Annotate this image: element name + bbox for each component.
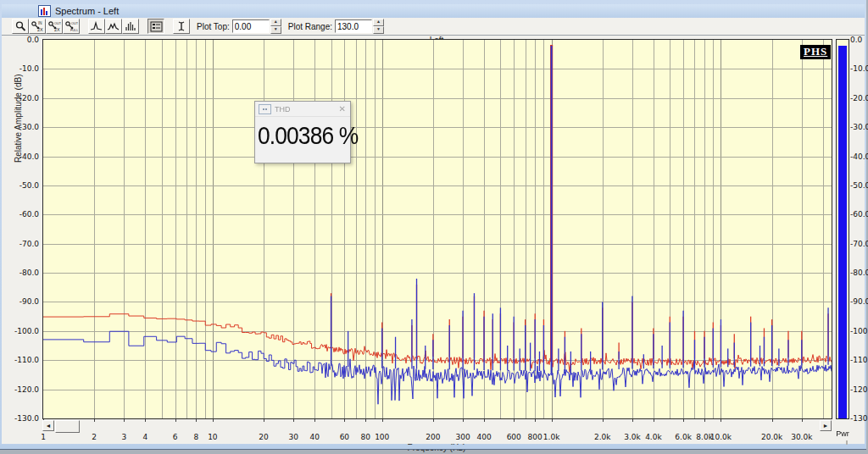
y-axis-title: Relative Amplitude (dB) xyxy=(14,75,23,163)
plot-top-spinner[interactable]: ▲▼ xyxy=(270,19,281,34)
thd-value: 0.00386 % xyxy=(258,121,339,150)
svg-text:OUT: OUT xyxy=(71,22,78,25)
plot-top-label: Plot Top: xyxy=(197,22,230,31)
app-icon xyxy=(38,5,51,17)
spin-up-icon[interactable]: ▲ xyxy=(270,19,281,26)
toolbar-spacer xyxy=(139,19,147,34)
x-tick-mark xyxy=(124,419,125,422)
thd-window[interactable]: THD ✕ 0.00386 % xyxy=(254,101,351,163)
window-titlebar[interactable]: Spectrum - Left xyxy=(2,4,865,18)
screen: Spectrum - Left IN2XOUT2XOUTFULL Plot To… xyxy=(0,0,868,454)
y-tick-label: -110.0 xyxy=(850,356,868,364)
y-tick-label: -130.0 xyxy=(850,414,868,423)
x-tick-mark xyxy=(94,419,95,422)
scrollbar-right-arrow[interactable]: ► xyxy=(820,420,832,431)
y-tick-label: -60.0 xyxy=(7,210,39,219)
spin-down-icon[interactable]: ▼ xyxy=(373,26,384,34)
x-tick-mark xyxy=(344,419,345,422)
x-tick-mark xyxy=(514,419,515,422)
toolbar-button-zoom-out-full[interactable]: OUTFULL xyxy=(63,19,80,34)
chart-area: Left Relative Amplitude (dB) 0.0-10.0-20… xyxy=(2,36,865,444)
y-tick-label: -90.0 xyxy=(7,297,39,306)
toolbar-button-marker[interactable] xyxy=(173,19,190,34)
thd-window-icon xyxy=(259,104,271,114)
toolbar-button-bar-display[interactable] xyxy=(122,19,139,34)
key-out-full-icon: OUTFULL xyxy=(64,20,78,32)
toolbar-button-envelope-display[interactable] xyxy=(105,19,122,34)
x-tick-label: 200 xyxy=(426,433,440,441)
x-tick-label: 3.0k xyxy=(624,433,641,441)
window-frame-bottom xyxy=(0,445,866,450)
y-tick-label: -100.0 xyxy=(7,327,39,335)
x-tick-label: 8 xyxy=(194,433,199,441)
toolbar-button-zoom[interactable] xyxy=(12,19,29,34)
plot-region xyxy=(42,39,832,419)
thd-title: THD xyxy=(275,105,339,114)
magnifier-icon xyxy=(14,20,27,32)
toolbar-button-legend[interactable] xyxy=(147,19,164,34)
x-tick-mark xyxy=(654,419,654,422)
plot-top-input[interactable] xyxy=(232,19,270,33)
close-icon[interactable]: ✕ xyxy=(339,105,346,114)
thd-titlebar[interactable]: THD ✕ xyxy=(255,102,350,117)
toolbar-button-zoom-in-2x[interactable]: IN2X xyxy=(29,19,46,34)
toolbar-button-zoom-out-2x[interactable]: OUT2X xyxy=(46,19,63,34)
y-tick-label: -40.0 xyxy=(850,152,868,161)
spin-down-icon[interactable]: ▼ xyxy=(270,26,281,34)
x-tick-mark xyxy=(463,419,464,422)
x-tick-label: 4.0k xyxy=(645,433,662,441)
y-tick-label: -20.0 xyxy=(850,94,868,102)
toolbar-spacer xyxy=(80,19,88,34)
y-tick-label: -110.0 xyxy=(7,356,39,364)
legend-icon xyxy=(150,21,163,32)
x-tick-label: 300 xyxy=(455,433,470,441)
y-tick-label: -80.0 xyxy=(850,269,868,277)
scrollbar-thumb[interactable] xyxy=(55,420,80,433)
x-tick-mark xyxy=(213,419,214,422)
window-title: Spectrum - Left xyxy=(55,6,119,16)
x-tick-mark xyxy=(683,419,684,422)
toolbar-button-peak-display[interactable] xyxy=(88,19,105,34)
x-tick-label: 30.0k xyxy=(791,433,812,441)
x-tick-label: 10 xyxy=(208,433,217,441)
x-tick-label: 400 xyxy=(476,433,491,441)
x-tick-label: 2 xyxy=(92,433,97,441)
x-tick-label: 2.0k xyxy=(594,433,611,441)
multi-peak-icon xyxy=(107,20,120,32)
bars-icon xyxy=(124,20,137,32)
x-tick-label: 1.0k xyxy=(543,433,560,441)
x-tick-label: 3 xyxy=(121,433,126,441)
plot-range-spinner[interactable]: ▲▼ xyxy=(373,19,384,34)
y-tick-label: -10.0 xyxy=(7,64,39,73)
toolbar: IN2XOUT2XOUTFULL Plot Top: ▲▼ Plot Range… xyxy=(2,18,865,36)
svg-text:OUT: OUT xyxy=(54,22,61,25)
phs-toggle[interactable]: PHS xyxy=(800,45,831,59)
x-tick-mark xyxy=(603,419,604,422)
scrollbar-left-arrow[interactable]: ◄ xyxy=(42,420,54,431)
power-bar-label: Pwr xyxy=(831,429,854,438)
x-tick-mark xyxy=(484,419,485,422)
x-tick-label: 600 xyxy=(507,433,521,441)
y-tick-label: -100.0 xyxy=(850,327,868,335)
spin-up-icon[interactable]: ▲ xyxy=(373,19,384,26)
x-tick-label: 30 xyxy=(288,433,298,441)
key-out-2x-icon: OUT2X xyxy=(47,20,61,32)
plot-range-input[interactable] xyxy=(335,19,372,33)
x-tick-mark xyxy=(314,419,315,422)
y-tick-label: -80.0 xyxy=(7,269,39,277)
svg-text:2X: 2X xyxy=(54,27,60,32)
spectrum-plot-canvas[interactable] xyxy=(42,39,832,419)
x-tick-mark xyxy=(264,419,264,422)
x-tick-mark xyxy=(145,419,146,422)
y-tick-label: -120.0 xyxy=(7,385,39,394)
y-tick-label: 0.0 xyxy=(850,36,862,44)
x-tick-label: 4 xyxy=(142,433,147,441)
x-tick-label: 6 xyxy=(173,433,178,441)
y-tick-label: -70.0 xyxy=(7,240,39,248)
x-tick-mark xyxy=(552,419,553,422)
y-tick-label: -30.0 xyxy=(7,123,39,131)
x-tick-mark xyxy=(382,419,383,422)
y-tick-label: -40.0 xyxy=(7,152,39,161)
x-tick-label: 60 xyxy=(340,433,349,441)
y-tick-label: -120.0 xyxy=(850,385,868,394)
